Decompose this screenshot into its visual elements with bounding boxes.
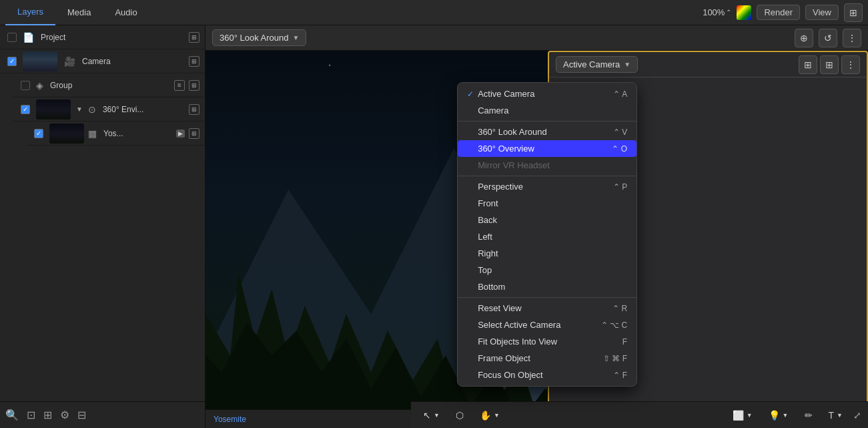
- canvas-toolbar: 360° Look Around ▼ ⊕ ↺ ⋮: [205, 25, 868, 51]
- camera-thumbnail: [23, 51, 57, 71]
- sidebar: 📄 Project ⊞ ✓ 🎥 Camera ⊞ ◈ Group ≡ ⊞: [0, 25, 205, 428]
- checkbox-env360[interactable]: ✓: [19, 105, 32, 114]
- render-button[interactable]: Render: [757, 5, 800, 20]
- group-icon: ◈: [36, 80, 43, 91]
- sidebar-item-project[interactable]: 📄 Project ⊞: [0, 25, 205, 49]
- env360-label: 360° Envi...: [103, 105, 185, 114]
- expand-arrow-icon: ▼: [76, 105, 83, 113]
- display-mode-button[interactable]: ⬜ ▼: [727, 407, 758, 423]
- canvas-viewport: Active Camera ▼ ✓ Active Camera ⌃ A: [205, 51, 868, 428]
- camera-icon-btn-2[interactable]: ⊞: [820, 55, 839, 74]
- camera-label: Camera: [82, 57, 185, 66]
- lighting-button[interactable]: 💡 ▼: [763, 407, 794, 423]
- check-icon-group: [21, 81, 30, 90]
- arrow-icon: ↖: [423, 410, 431, 421]
- arrow-tool-button[interactable]: ↖ ▼: [418, 407, 445, 423]
- menu-item-look-around[interactable]: 360° Look Around ⌃ V: [458, 124, 636, 140]
- menu-front-label: Front: [478, 198, 627, 208]
- sidebar-item-camera[interactable]: ✓ 🎥 Camera ⊞: [0, 49, 205, 73]
- sidebar-item-group[interactable]: ◈ Group ≡ ⊞: [13, 73, 205, 97]
- canvas-toolbar-right: ⊕ ↺ ⋮: [795, 29, 861, 47]
- check-icon-project: [7, 33, 17, 42]
- checkbox-group[interactable]: [19, 81, 32, 90]
- canvas-icon-btn-2[interactable]: ↺: [819, 29, 837, 47]
- camera-icon-btn-3[interactable]: ⋮: [841, 55, 860, 74]
- dropdown-arrow-icon: ▼: [293, 34, 300, 41]
- sidebar-bottom-toolbar: 🔍 ⊡ ⊞ ⚙ ⊟: [0, 401, 205, 428]
- top-tabs: Layers Media Audio: [5, 0, 149, 25]
- scene-background: Active Camera ▼ ✓ Active Camera ⌃ A: [205, 51, 868, 428]
- active-camera-label: Active Camera: [563, 59, 620, 69]
- checkbox-yosemite[interactable]: ✓: [32, 129, 45, 138]
- canvas-icon-btn-1[interactable]: ⊕: [795, 29, 813, 47]
- project-icon: 📄: [23, 32, 34, 43]
- text-dropdown-icon: ▼: [837, 412, 843, 419]
- layout-icon[interactable]: ⊡: [27, 409, 35, 421]
- canvas-area: 360° Look Around ▼ ⊕ ↺ ⋮: [205, 25, 868, 428]
- menu-item-bottom[interactable]: Bottom: [458, 278, 636, 295]
- expand-btn[interactable]: ⤢: [853, 410, 861, 421]
- tab-layers[interactable]: Layers: [5, 0, 55, 25]
- active-camera-dropdown[interactable]: Active Camera ▼ ✓ Active Camera ⌃ A: [556, 56, 638, 73]
- menu-item-camera[interactable]: Camera: [458, 102, 636, 119]
- menu-item-perspective[interactable]: Perspective ⌃ P: [458, 178, 636, 195]
- text-tool-button[interactable]: T ▼: [823, 407, 848, 423]
- display-options-button[interactable]: ⊞: [844, 3, 863, 22]
- menu-fit-objects-label: Fit Objects Into View: [478, 337, 622, 347]
- menu-item-active-camera[interactable]: ✓ Active Camera ⌃ A: [458, 85, 636, 102]
- project-label: Project: [41, 33, 185, 42]
- settings-icon[interactable]: ⚙: [60, 409, 69, 421]
- menu-frame-object-shortcut: ⇧ ⌘ F: [603, 354, 627, 363]
- canvas-icon-btn-3[interactable]: ⋮: [843, 29, 861, 47]
- tab-audio[interactable]: Audio: [103, 0, 149, 25]
- view-button[interactable]: View: [805, 5, 839, 20]
- menu-item-focus-on-object[interactable]: Focus On Object ⌃ F: [458, 367, 636, 383]
- yosemite-label: Yos...: [103, 129, 172, 138]
- menu-mirror-vr-label: Mirror VR Headset: [478, 160, 627, 170]
- view-dropdown-button[interactable]: 360° Look Around ▼: [212, 29, 306, 46]
- display-dropdown-icon: ▼: [747, 412, 753, 419]
- menu-item-fit-objects[interactable]: Fit Objects Into View F: [458, 333, 636, 350]
- menu-item-back[interactable]: Back: [458, 212, 636, 228]
- tab-media[interactable]: Media: [55, 0, 103, 25]
- menu-select-camera-label: Select Active Camera: [478, 320, 601, 330]
- menu-left-label: Left: [478, 232, 627, 242]
- menu-item-left[interactable]: Left: [458, 228, 636, 245]
- view-dropdown-label: 360° Look Around: [220, 33, 289, 43]
- shape-tool-button[interactable]: ⬡: [450, 407, 469, 423]
- menu-top-label: Top: [478, 265, 627, 275]
- menu-perspective-label: Perspective: [478, 182, 613, 192]
- pen-tool-button[interactable]: ✏: [799, 407, 818, 423]
- color-swatch[interactable]: [737, 5, 751, 20]
- camera-icon-btn-1[interactable]: ⊞: [799, 55, 817, 74]
- panel-icon[interactable]: ⊟: [77, 409, 86, 421]
- zoom-chevron-icon: ⌃: [726, 9, 731, 16]
- sidebar-item-env360[interactable]: ✓ ▼ ⊙ 360° Envi... ⊞: [13, 97, 205, 122]
- menu-look-around-shortcut: ⌃ V: [613, 128, 627, 137]
- zoom-value: 100%: [703, 7, 725, 17]
- menu-item-top[interactable]: Top: [458, 262, 636, 278]
- menu-item-overview[interactable]: 360° Overview ⌃ O: [458, 140, 636, 157]
- shape-icon: ⬡: [456, 410, 464, 421]
- menu-item-right[interactable]: Right: [458, 245, 636, 262]
- checkbox-camera[interactable]: ✓: [5, 57, 19, 66]
- sidebar-item-yosemite[interactable]: ✓ ▦ Yos... ▶ ⊞: [27, 122, 205, 146]
- menu-reset-view-shortcut: ⌃ R: [612, 304, 627, 313]
- search-icon[interactable]: 🔍: [5, 409, 19, 421]
- menu-item-select-active-camera[interactable]: Select Active Camera ⌃ ⌥ C: [458, 316, 636, 333]
- menu-back-label: Back: [478, 215, 627, 225]
- active-camera-arrow-icon: ▼: [624, 61, 630, 68]
- checkbox-project[interactable]: [5, 33, 19, 42]
- text-icon: T: [829, 410, 835, 421]
- menu-focus-shortcut: ⌃ F: [613, 371, 627, 380]
- project-badge: ⊞: [189, 32, 199, 43]
- menu-active-camera-label: Active Camera: [478, 89, 613, 99]
- menu-item-reset-view[interactable]: Reset View ⌃ R: [458, 300, 636, 316]
- menu-item-frame-object[interactable]: Frame Object ⇧ ⌘ F: [458, 350, 636, 367]
- grid-icon[interactable]: ⊞: [43, 409, 52, 421]
- menu-item-front[interactable]: Front: [458, 195, 636, 212]
- zoom-indicator[interactable]: 100% ⌃: [703, 7, 731, 17]
- group-badge-right: ⊞: [189, 80, 199, 91]
- menu-reset-view-label: Reset View: [478, 303, 612, 313]
- hand-tool-button[interactable]: ✋ ▼: [474, 407, 505, 423]
